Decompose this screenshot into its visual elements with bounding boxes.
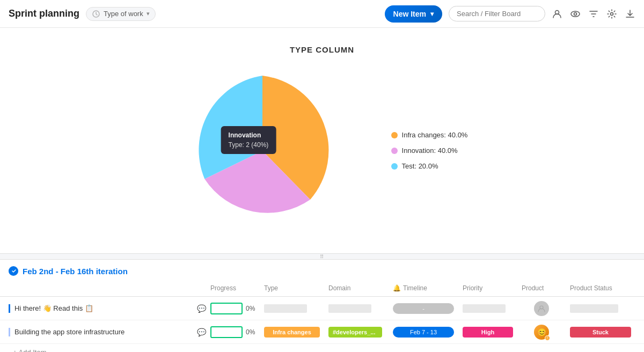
- iteration-header[interactable]: Feb 2nd - Feb 16th iteration: [0, 260, 644, 280]
- legend-item-0: Infra changes: 40.0%: [391, 131, 468, 139]
- svg-point-2: [571, 11, 580, 17]
- progress-pct-1: 0%: [246, 328, 255, 336]
- iteration-label: Feb 2nd - Feb 16th iteration: [23, 267, 128, 276]
- timeline-cell-1[interactable]: Feb 7 - 13: [389, 327, 458, 338]
- row-title-1: Building the app store infrastructure: [14, 328, 125, 336]
- product-cell-1[interactable]: 😊 !: [517, 325, 566, 340]
- legend-dot-1: [391, 148, 398, 154]
- table-column-headers: Progress Type Domain 🔔 Timeline Priority…: [0, 280, 644, 297]
- dropdown-arrow-icon: ▾: [430, 10, 434, 18]
- domain-cell-1[interactable]: #developers_...: [324, 327, 389, 338]
- chart-legend: Infra changes: 40.0% Innovation: 40.0% T…: [391, 131, 468, 170]
- status-badge-1: Stuck: [570, 327, 631, 338]
- legend-item-2: Test: 20.0%: [391, 162, 468, 170]
- divider: ⠿: [0, 253, 644, 260]
- domain-cell-0[interactable]: [324, 304, 389, 313]
- filter-icon[interactable]: [588, 9, 599, 19]
- header: Sprint planning Type of work ▾ New Item …: [0, 0, 644, 28]
- col-priority: Priority: [458, 282, 517, 294]
- type-of-work-filter[interactable]: Type of work ▾: [86, 7, 156, 21]
- row-name-1: Building the app store infrastructure 💬: [9, 328, 206, 336]
- type-of-work-label: Type of work: [104, 10, 143, 18]
- page-title: Sprint planning: [9, 8, 79, 19]
- type-of-work-icon: [92, 10, 100, 18]
- type-cell-1[interactable]: Infra changes: [260, 327, 324, 338]
- legend-label-1: Innovation: 40.0%: [402, 146, 458, 155]
- pie-svg: [177, 65, 348, 237]
- timeline-badge-0: -: [393, 303, 454, 314]
- svg-point-3: [574, 12, 577, 15]
- timeline-badge-1: Feb 7 - 13: [393, 327, 454, 338]
- svg-point-4: [611, 12, 613, 15]
- domain-badge-1: #developers_...: [328, 327, 382, 338]
- col-type: Type: [260, 282, 324, 294]
- col-product: Product: [517, 282, 566, 294]
- settings-icon[interactable]: [606, 9, 617, 19]
- col-domain: Domain: [324, 282, 389, 294]
- col-name: [9, 282, 206, 294]
- new-item-label: New Item: [393, 10, 426, 18]
- legend-dot-0: [391, 132, 398, 138]
- row-title-0: Hi there! 👋 Read this 📋: [14, 304, 93, 312]
- add-item-row[interactable]: + Add Item: [0, 344, 644, 352]
- legend-dot-2: [391, 163, 398, 170]
- status-cell-0[interactable]: [566, 304, 635, 313]
- search-input[interactable]: [449, 6, 545, 21]
- iteration-icon: [9, 266, 18, 276]
- avatar-0: [534, 301, 549, 316]
- bell-icon: 🔔: [393, 284, 401, 292]
- add-item-label: + Add Item: [13, 348, 47, 352]
- table-area: Feb 2nd - Feb 16th iteration Progress Ty…: [0, 260, 644, 352]
- timeline-cell-0[interactable]: -: [389, 303, 458, 314]
- type-badge-1: Infra changes: [264, 327, 320, 338]
- chart-area: TYPE COLUMN Innovation Type: 2 (40%): [0, 28, 644, 253]
- progress-cell-0: 0%: [206, 303, 260, 314]
- product-cell-0[interactable]: [517, 301, 566, 316]
- progress-bar-1: [210, 326, 243, 338]
- divider-handle[interactable]: ⠿: [320, 254, 325, 260]
- legend-label-2: Test: 20.0%: [402, 162, 438, 170]
- legend-label-0: Infra changes: 40.0%: [402, 131, 468, 139]
- chevron-down-icon: ▾: [147, 10, 150, 17]
- col-timeline: 🔔 Timeline: [389, 282, 458, 294]
- svg-point-5: [10, 268, 17, 274]
- col-status: Product Status: [566, 282, 635, 294]
- user-icon[interactable]: [552, 9, 562, 19]
- priority-badge-1: High: [463, 327, 513, 338]
- chart-title: TYPE COLUMN: [290, 45, 354, 54]
- new-item-button[interactable]: New Item ▾: [385, 5, 442, 23]
- pie-chart[interactable]: Innovation Type: 2 (40%): [177, 65, 348, 237]
- legend-item-1: Innovation: 40.0%: [391, 146, 468, 155]
- table-row: Hi there! 👋 Read this 📋 💬 0% -: [0, 297, 644, 320]
- header-icons: [552, 9, 635, 19]
- chat-icon[interactable]: 💬: [197, 304, 206, 313]
- avatar-1: 😊 !: [534, 325, 549, 340]
- chat-icon-2[interactable]: 💬: [197, 328, 206, 336]
- table-row: Building the app store infrastructure 💬 …: [0, 320, 644, 344]
- chart-container: Innovation Type: 2 (40%) Infra changes: …: [177, 65, 468, 237]
- priority-cell-1[interactable]: High: [458, 327, 517, 338]
- progress-bar-0: [210, 303, 243, 314]
- view-icon[interactable]: [570, 9, 581, 19]
- progress-cell-1: 0%: [206, 326, 260, 338]
- avatar-badge: !: [545, 335, 550, 341]
- row-name-0: Hi there! 👋 Read this 📋 💬: [9, 304, 206, 313]
- priority-cell-0[interactable]: [458, 304, 517, 313]
- progress-pct-0: 0%: [246, 305, 255, 312]
- download-icon[interactable]: [625, 9, 635, 19]
- type-cell-0[interactable]: [260, 304, 324, 313]
- col-progress: Progress: [206, 282, 260, 294]
- status-cell-1[interactable]: Stuck: [566, 327, 635, 338]
